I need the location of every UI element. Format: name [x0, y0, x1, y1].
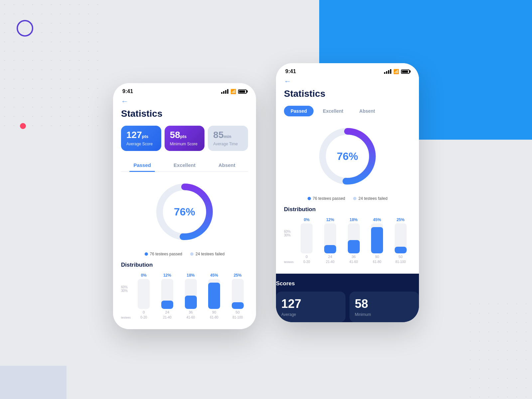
score-num-minimum: 58 — [355, 297, 414, 311]
status-time-2: 9:41 — [285, 68, 296, 74]
dist-y-30: 30% — [121, 289, 131, 293]
dist-range2-4: 81-100 — [395, 260, 406, 264]
bg-blue-bottom — [0, 366, 66, 399]
dist-num-2: 36 — [189, 310, 193, 314]
dist-col2-2: 18% 36 41-60 — [343, 217, 364, 264]
donut-label-1: 76% — [174, 206, 195, 218]
dist-pct2-2: 18% — [350, 217, 358, 222]
dist-range-3: 61-80 — [210, 316, 218, 319]
dist-num-1: 24 — [165, 310, 169, 314]
dist-num2-1: 24 — [328, 255, 332, 259]
tab-excellent-1[interactable]: Excellent — [163, 159, 205, 171]
tab-pill-passed[interactable]: Passed — [284, 106, 314, 116]
dist-num-4: 50 — [236, 310, 240, 314]
phone-1: 9:41 📶 ← Statistics — [113, 83, 256, 329]
wifi-icon-2: 📶 — [393, 69, 399, 74]
phone-1-inner: 9:41 📶 ← Statistics — [113, 83, 256, 329]
legend-2: 76 testees passed 24 testees failed — [284, 196, 411, 201]
score-card-minimum: 58 Minimum — [349, 292, 419, 322]
stat-card-time: 85min Average Time — [208, 126, 248, 151]
donut-chart-1: 76% — [121, 179, 248, 245]
tab-absent-1[interactable]: Absent — [206, 159, 248, 171]
dist-col-4: 25% 50 81-100 — [227, 273, 248, 319]
dist-y-axis-2: 60% 30% testees — [284, 227, 294, 264]
battery-icon-2 — [401, 69, 410, 74]
dist-num2-0: 0 — [306, 255, 308, 259]
status-icons-2: 📶 — [384, 69, 410, 74]
dist-y-60-2: 60% — [284, 230, 294, 233]
tab-pill-absent[interactable]: Absent — [353, 106, 382, 116]
dist-num-0: 0 — [143, 310, 145, 314]
distribution-title-2: Distribution — [284, 206, 411, 213]
dist-y-60: 60% — [121, 285, 131, 289]
dist-chart-1: 60% 30% testees 0% 0 0-20 — [121, 273, 248, 319]
dist-col2-3: 45% 90 61-80 — [367, 217, 388, 264]
dist-pct2-1: 12% — [326, 217, 334, 222]
dist-pct-3: 45% — [210, 273, 218, 278]
dist-bar-3 — [208, 283, 220, 309]
stat-card-average-label: Average Score — [126, 142, 156, 146]
dist-pct-0: 0% — [141, 273, 147, 278]
dist-chart-2: 60% 30% testees 0% 0 0-20 12% — [284, 217, 411, 264]
stat-card-time-label: Average Time — [213, 142, 243, 146]
donut-label-2: 76% — [337, 150, 358, 163]
tab-pill-excellent[interactable]: Excellent — [316, 106, 350, 116]
legend-dot-passed-1 — [145, 252, 148, 256]
dist-bar-wrap-0 — [138, 279, 150, 309]
legend-passed-1: 76 testees passed — [145, 252, 182, 256]
dist-x-label: testees — [121, 316, 131, 319]
dist-bar-wrap-1 — [161, 279, 173, 309]
stat-cards-1: 127pts Average Score 58pts Minimum Score… — [121, 126, 248, 151]
dist-grid-1: 60% 30% testees 0% 0 0-20 — [121, 273, 248, 319]
signal-icon-1 — [221, 89, 228, 94]
legend-label-failed-2: 24 testees failed — [358, 196, 387, 201]
dist-grid-2: 60% 30% testees 0% 0 0-20 12% — [284, 217, 411, 264]
dist-x-label-2: testees — [284, 260, 294, 264]
tabs-1: Passed Excellent Absent — [121, 159, 248, 172]
bg-circle-decoration — [17, 20, 33, 37]
stat-card-minimum-label: Minimum Score — [170, 142, 200, 146]
dist-bar-wrap-2 — [185, 279, 197, 309]
legend-dot-failed-1 — [190, 252, 194, 256]
phones-wrapper: 9:41 📶 ← Statistics — [113, 83, 419, 329]
legend-failed-1: 24 testees failed — [190, 252, 224, 256]
dist-num2-3: 90 — [375, 255, 379, 259]
app-content-1: ← Statistics 127pts Average Score 58pts — [113, 97, 256, 329]
status-bar-2: 9:41 📶 — [276, 63, 419, 77]
phone-2: 9:41 📶 ← Statistics — [276, 63, 419, 322]
dist-col2-1: 12% 24 21-40 — [320, 217, 341, 264]
dist-col-0: 0% 0 0-20 — [133, 273, 154, 319]
page-title-2: Statistics — [284, 88, 411, 99]
dist-bar-wrap-3 — [208, 279, 220, 309]
dist-y-axis: 60% 30% testees — [121, 283, 131, 319]
dist-range2-1: 21-40 — [326, 260, 334, 264]
distribution-title-1: Distribution — [121, 262, 248, 268]
score-num-average: 127 — [281, 297, 340, 311]
scores-title: Scores — [276, 280, 419, 287]
scores-section: Scores 127 Average 58 Minimum — [276, 274, 419, 322]
stat-card-minimum: 58pts Minimum Score — [165, 126, 205, 151]
legend-label-passed-1: 76 testees passed — [150, 252, 182, 256]
dist-bar-wrap-4 — [232, 279, 244, 309]
stat-card-time-value: 85min — [213, 130, 243, 140]
dist-col2-0: 0% 0 0-20 — [296, 217, 317, 264]
dist-num-3: 90 — [212, 310, 216, 314]
back-button-2[interactable]: ← — [284, 77, 411, 86]
legend-1: 76 testees passed 24 testees failed — [121, 252, 248, 256]
dist-num2-2: 36 — [351, 255, 355, 259]
tab-passed-1[interactable]: Passed — [121, 159, 163, 171]
back-button-1[interactable]: ← — [121, 97, 248, 106]
legend-failed-2: 24 testees failed — [353, 196, 387, 201]
dist-col-3: 45% 90 61-80 — [204, 273, 225, 319]
dist-range-1: 21-40 — [163, 316, 172, 319]
stat-card-average-value: 127pts — [126, 130, 156, 140]
dist-col-1: 12% 24 21-40 — [157, 273, 178, 319]
dist-range-0: 0-20 — [140, 316, 147, 319]
dist-pct2-4: 25% — [397, 217, 405, 222]
dist-pct2-0: 0% — [304, 217, 310, 222]
status-bar-1: 9:41 📶 — [113, 83, 256, 97]
status-icons-1: 📶 — [221, 89, 247, 94]
stat-card-average: 127pts Average Score — [121, 126, 161, 151]
dist-range-2: 41-60 — [187, 316, 195, 319]
dist-bar-4 — [232, 302, 244, 309]
